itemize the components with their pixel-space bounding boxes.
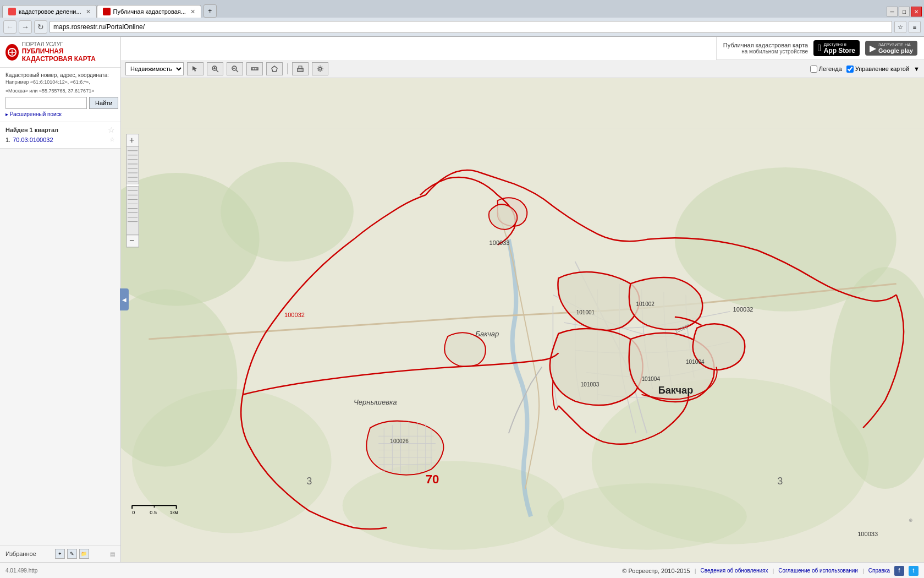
bottom-right-indicator: ⊕ [909,517,913,523]
left-panel: ПОРТАЛ УСЛУГ ПУБЛИЧНАЯ КАДАСТРОВАЯ КАРТА… [0,37,121,562]
search-button[interactable]: Найти [89,97,118,109]
label-101002: 101002 [636,301,654,307]
chernyshovka-label: Чернышевка [354,398,397,406]
cursor-tool-button[interactable] [187,62,204,75]
portal-header: ПОРТАЛ УСЛУГ ПУБЛИЧНАЯ КАДАСТРОВАЯ КАРТА [0,37,120,68]
forward-button[interactable]: → [19,20,32,34]
label-101004-right: 101004 [686,359,705,365]
favorites-collapse-icon[interactable]: ▤ [110,551,115,557]
svg-point-23 [132,389,331,533]
measure-distance-button[interactable] [246,62,263,75]
address-bar-row: ← → ↻ ☆ ≡ [0,18,924,36]
svg-text:1км: 1км [170,510,178,515]
browser-chrome: кадастровое делени... ✕ Публичная кадаст… [0,0,924,37]
label-101001: 101001 [576,309,595,315]
updates-link[interactable]: Сведения об обновлениях [701,568,768,574]
legend-checkbox[interactable] [810,66,817,73]
legend-label: Легенда [819,66,842,72]
results-star-icon[interactable]: ☆ [108,126,115,134]
agreement-link[interactable]: Соглашение об использовании [778,568,858,574]
tab-cadastre[interactable]: кадастровое делени... ✕ [2,5,97,18]
search-input[interactable] [6,97,87,109]
result-item-1: 1. 70.03:0100032 ☆ [6,134,115,145]
status-left: 4.01.499.http [6,568,37,574]
tab-close-1[interactable]: ✕ [86,8,91,15]
menu-button[interactable]: ≡ [909,21,921,33]
tab-label-1: кадастровое делени... [19,8,81,15]
google-play-badge[interactable]: ▶ ЗАГРУЗИТЕ НА Google play [865,41,917,56]
svg-point-16 [319,68,322,70]
portal-info-line2: на мобильном устройстве [723,48,808,54]
svg-line-6 [236,70,238,72]
facebook-icon[interactable]: f [894,566,904,576]
label-70: 70 [426,472,439,486]
new-tab-button[interactable]: + [204,4,217,18]
maximize-button[interactable]: □ [899,7,910,17]
tab-close-2[interactable]: ✕ [190,8,195,15]
settings-button[interactable] [312,62,328,75]
zoom-out-rect-button[interactable] [227,62,243,75]
svg-text:+: + [129,135,134,145]
label-100026: 100026 [390,438,409,444]
measure-area-button[interactable] [266,62,283,75]
print-button[interactable] [292,62,309,75]
search-hint: Кадастровый номер, адрес, координата: [6,72,115,78]
copyright-bar: 4.01.499.http © Росреестр, 2010-2015 | С… [0,562,924,578]
portal-logo [6,44,19,61]
apple-icon:  [818,42,822,54]
twitter-icon[interactable]: t [909,566,919,576]
label-3-left: 3 [306,476,312,487]
svg-marker-12 [272,66,277,72]
bookmark-button[interactable]: ☆ [894,21,906,33]
result-link-1[interactable]: 70.03:0100032 [13,137,53,143]
svg-text:−: − [129,235,134,245]
manage-map-checkbox[interactable] [846,66,854,73]
legend-checkbox-label[interactable]: Легенда [810,66,842,73]
manage-map-label[interactable]: Управление картой [846,66,909,73]
manage-map-dropdown-icon[interactable]: ▼ [914,66,920,72]
search-section: Кадастровый номер, адрес, координата: На… [0,68,120,122]
manage-map-text: Управление картой [855,66,909,72]
tab-favicon-2 [103,8,111,15]
bakchat-city-label: Бакчар [658,385,694,396]
result-num-1: 1. [6,137,10,143]
address-input[interactable] [50,21,892,33]
top-right-info: Публичная кадастровая карта на мобильном… [716,37,924,60]
favorites-section: Избранное + ✎ 📁 ▤ [0,545,120,562]
favorites-edit-icon[interactable]: ✎ [67,549,77,559]
label-100032-right: 100032 [733,306,754,313]
google-play-sublabel: ЗАГРУЗИТЕ НА [878,42,913,47]
back-button[interactable]: ← [3,20,16,34]
collapse-panel-button[interactable]: ◀ [120,288,129,310]
svg-point-26 [547,483,746,550]
app-store-badge[interactable]:  Доступно в App Store [813,40,860,56]
app-store-label: App Store [824,47,855,54]
tab-favicon-1 [8,8,16,15]
svg-rect-59 [127,184,139,186]
tab-label-2: Публичная кадастровая... [113,8,186,15]
bakchat-label: Бакчар [475,330,499,338]
label-100033-bottom: 100033 [857,531,878,537]
map-toolbar: Недвижимость Границы Зоны [121,60,924,78]
zoom-controls-group[interactable]: + [127,134,139,247]
help-link[interactable]: Справка [868,568,890,574]
svg-rect-15 [299,69,302,70]
results-section: Найден 1 квартал ☆ 1. 70.03:0100032 ☆ [0,122,120,149]
tab-public-cadastre[interactable]: Публичная кадастровая... ✕ [97,5,201,18]
svg-text:0.5: 0.5 [150,510,157,515]
svg-line-2 [216,70,218,72]
refresh-button[interactable]: ↻ [34,20,47,34]
map-options: Легенда Управление картой ▼ [810,66,920,73]
map-area[interactable]: Бакчар Чернышевка Бакчар 100033 100032 1… [121,78,924,562]
advanced-search-link[interactable]: ▸ Расширенный поиск [6,111,115,117]
label-101003: 101003 [581,381,600,388]
favorites-folder-icon[interactable]: 📁 [79,549,89,559]
label-100033-top: 100033 [490,239,510,246]
favorites-add-icon[interactable]: + [55,549,65,559]
map-type-select[interactable]: Недвижимость Границы Зоны [125,62,184,75]
minimize-button[interactable]: ─ [887,7,898,17]
zoom-in-rect-button[interactable] [207,62,223,75]
svg-text:0: 0 [132,510,135,515]
result-item-star-1[interactable]: ☆ [109,136,115,143]
close-button[interactable]: ✕ [911,7,922,17]
